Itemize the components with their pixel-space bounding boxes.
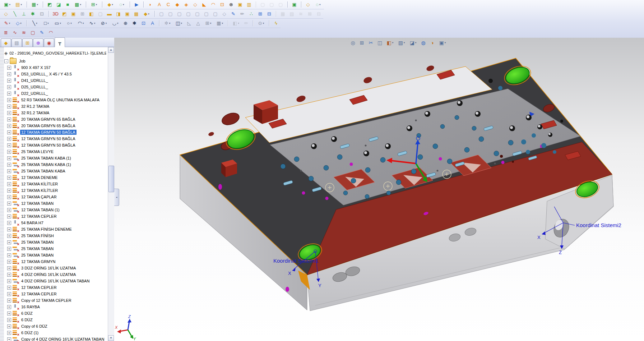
toolbar-button-sketch-pen[interactable]: ✎: [229, 10, 238, 18]
toolbar-button-sk6[interactable]: ▬: [105, 10, 114, 18]
expand-toggle-icon[interactable]: +: [7, 92, 11, 96]
toolbar-button-preview[interactable]: ▩: [72, 0, 84, 9]
expand-toggle-icon[interactable]: +: [7, 79, 11, 83]
toolbar-button-cam-box1[interactable]: ▣: [236, 0, 245, 9]
tree-item[interactable]: + 6 DÜZ (1): [4, 330, 108, 336]
tree-item[interactable]: + 6 DÜZ: [4, 310, 108, 317]
toolbar-button-save[interactable]: ▦: [29, 0, 41, 9]
tree-item[interactable]: + 25 TAKMA FİNİSH DENEME: [4, 226, 108, 232]
toolbar-button-loop2[interactable]: ◌: [312, 0, 324, 9]
tree-item[interactable]: + 3 DÜZ ORİNG 16'LİK UZATMA: [4, 265, 108, 271]
expand-toggle-icon[interactable]: +: [7, 331, 11, 335]
toolbar-button-cam-swoosh[interactable]: ◠: [209, 0, 218, 9]
toolbar-button-sk5[interactable]: ▢: [96, 10, 105, 18]
toolbar-button-polygon[interactable]: ⊕: [121, 19, 130, 27]
expand-toggle-icon[interactable]: +: [7, 253, 11, 257]
toolbar-button-gear-pen[interactable]: ✎: [37, 28, 46, 37]
expand-toggle-icon[interactable]: +: [7, 176, 11, 180]
toolbar-button-axis[interactable]: ⊥: [19, 10, 28, 18]
toolbar-button-gear-spiral[interactable]: ∿: [10, 28, 19, 37]
toolbar-button-box-blue1[interactable]: ⊞: [256, 10, 265, 18]
toolbar-button-cam-flag[interactable]: ◣: [200, 0, 209, 9]
toolbar-button-mirror[interactable]: ◧: [230, 19, 242, 27]
expand-toggle-icon[interactable]: +: [7, 156, 11, 160]
expand-toggle-icon[interactable]: +: [7, 124, 11, 128]
expand-toggle-icon[interactable]: +: [7, 98, 11, 102]
tree-item[interactable]: + 12 TAKMA KİLİTLER: [4, 187, 108, 194]
toolbar-button-sk4[interactable]: ◧: [87, 10, 96, 18]
tree-item[interactable]: + Copy of 6 DÜZ: [4, 323, 108, 330]
toolbar-button-sketch-gem[interactable]: ◆: [105, 0, 116, 9]
toolbar-button-export[interactable]: ◪: [54, 0, 63, 9]
view-tool-button-display-style[interactable]: ◪: [407, 38, 419, 47]
tree-item[interactable]: + Copy of 4 DÜZ ORİNG 16'LİK UZATMA TABA…: [4, 336, 108, 341]
toolbar-button-loop[interactable]: ◌: [116, 0, 128, 9]
expand-toggle-icon[interactable]: +: [7, 111, 11, 115]
toolbar-button-circle[interactable]: ○: [64, 19, 75, 27]
toolbar-button-import[interactable]: ◩: [45, 0, 54, 9]
manager-tab-hierarchy[interactable]: ⊞: [22, 38, 33, 47]
expand-toggle-icon[interactable]: +: [7, 247, 11, 251]
expand-toggle-icon[interactable]: +: [7, 273, 11, 277]
expand-toggle-icon[interactable]: +: [7, 163, 11, 167]
tree-item[interactable]: + 12 TAKMA ÇAPLAR: [4, 194, 108, 200]
view-tool-button-edit-appearance[interactable]: ◧: [384, 38, 396, 47]
toolbar-button-star[interactable]: ✱: [28, 10, 37, 18]
tree-item[interactable]: + 32 R1.2 TAKMA: [4, 110, 108, 116]
scroll-up-arrow-icon[interactable]: ▲: [108, 47, 114, 53]
toolbar-button-cam-a[interactable]: A: [155, 0, 164, 9]
expand-toggle-icon[interactable]: +: [7, 85, 11, 89]
expand-toggle-icon[interactable]: -: [4, 59, 8, 63]
expand-toggle-icon[interactable]: +: [7, 202, 11, 206]
toolbar-button-gear-fan[interactable]: ≋: [19, 28, 28, 37]
tree-item[interactable]: + 25 TAKMA TABAN: [4, 252, 108, 258]
tree-item[interactable]: + 12 TAKMA TABAN (1): [4, 207, 108, 213]
toolbar-button-ghost1[interactable]: ▢: [258, 0, 267, 9]
expand-toggle-icon[interactable]: +: [7, 292, 11, 296]
toolbar-button-cube4[interactable]: ▢: [184, 10, 193, 18]
toolbar-button-dis-tree[interactable]: ⊟: [314, 10, 323, 18]
toolbar-button-cam-gem2[interactable]: ◈: [182, 0, 191, 9]
toolbar-button-slot[interactable]: ▭: [52, 19, 64, 27]
toolbar-button-cam-c[interactable]: C: [164, 0, 173, 9]
tree-item[interactable]: + 900 X 497 X 157: [4, 64, 108, 71]
toolbar-button-cam-box2[interactable]: ▥: [245, 0, 254, 9]
toolbar-button-clip[interactable]: ⊡: [37, 10, 46, 18]
toolbar-button-relations[interactable]: △: [194, 19, 203, 27]
expand-toggle-icon[interactable]: +: [7, 234, 11, 238]
toolbar-button-select-arrow[interactable]: ▶: [132, 0, 141, 9]
toolbar-button-dis-grid[interactable]: ▦: [278, 10, 287, 18]
tree-item[interactable]: + 32 R1.2 TAKMA: [4, 103, 108, 110]
view-tool-button-view-orientation[interactable]: ▧: [396, 38, 407, 47]
toolbar-button-tool-green[interactable]: ▣: [290, 0, 299, 9]
toolbar-button-convert-entities[interactable]: ◫: [173, 19, 185, 27]
view-tool-button-camera[interactable]: ▣: [437, 38, 448, 47]
tree-item[interactable]: + 12 TAKMA DENEME: [4, 174, 108, 181]
toolbar-button-cube5[interactable]: ▢: [193, 10, 202, 18]
toolbar-button-sk8[interactable]: ▣: [123, 10, 132, 18]
toolbar-button-sk1[interactable]: ◩: [60, 10, 69, 18]
toolbar-button-pattern-dots[interactable]: ⊞: [88, 0, 100, 9]
toolbar-button-open[interactable]: ▤: [13, 0, 24, 9]
manager-tab-tool[interactable]: ┳: [55, 37, 65, 47]
toolbar-button-cube2[interactable]: ▢: [166, 10, 175, 18]
tree-item[interactable]: + 20 TAKMA GRMYN 65 BAĞLA: [4, 116, 108, 123]
toolbar-button-new[interactable]: ▣: [1, 0, 13, 9]
toolbar-button-pen-plus[interactable]: ✏: [238, 10, 247, 18]
toolbar-button-cube3[interactable]: ▢: [175, 10, 184, 18]
toolbar-button-gem-spark[interactable]: ◆: [141, 10, 152, 18]
tree-item[interactable]: + 54 BARA H7: [4, 220, 108, 226]
expand-toggle-icon[interactable]: +: [7, 137, 11, 141]
tree-item[interactable]: + 4 DÜZ ORİNG 16'LİK UZATMA TABAN: [4, 278, 108, 284]
toolbar-button-box-blue2[interactable]: ⊟: [265, 10, 274, 18]
toolbar-button-snap[interactable]: ✲: [162, 19, 173, 27]
toolbar-button-arc[interactable]: ◠: [75, 19, 87, 27]
toolbar-button-ghost3[interactable]: ▢: [276, 0, 285, 9]
toolbar-button-dis-box[interactable]: ⊠: [305, 10, 314, 18]
expand-toggle-icon[interactable]: +: [7, 221, 11, 225]
view-tool-button-section-tool[interactable]: ✂: [366, 38, 375, 47]
toolbar-button-sk3[interactable]: ⊞: [78, 10, 87, 18]
expand-toggle-icon[interactable]: +: [7, 266, 11, 270]
expand-toggle-icon[interactable]: +: [7, 150, 11, 154]
view-tool-button-hide-show[interactable]: ◍: [419, 38, 428, 47]
